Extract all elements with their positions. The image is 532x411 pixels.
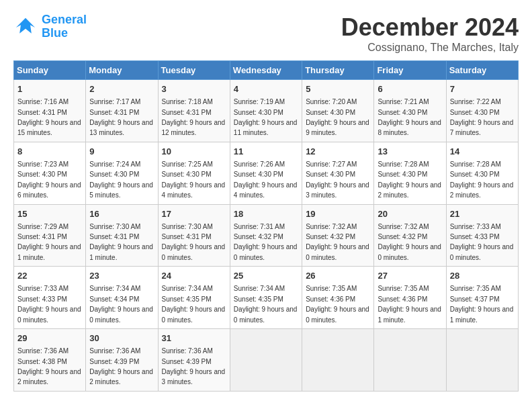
calendar-day-cell: 4 Sunrise: 7:19 AM Sunset: 4:30 PM Dayli… [230, 80, 302, 142]
sunrise-info: Sunrise: 7:32 AM [378, 223, 429, 230]
daylight-info: Daylight: 9 hours and 11 minutes. [234, 119, 298, 136]
sunset-info: Sunset: 4:30 PM [17, 171, 67, 178]
sunrise-info: Sunrise: 7:33 AM [17, 285, 69, 292]
day-number: 31 [162, 332, 226, 345]
calendar-header-tuesday: Tuesday [158, 61, 230, 80]
sunrise-info: Sunrise: 7:36 AM [162, 347, 213, 355]
calendar-header-sunday: Sunday [14, 61, 86, 80]
daylight-info: Daylight: 9 hours and 0 minutes. [17, 306, 81, 323]
sunset-info: Sunset: 4:39 PM [89, 358, 139, 365]
calendar-header-row: SundayMondayTuesdayWednesdayThursdayFrid… [14, 61, 519, 80]
day-number: 15 [17, 208, 82, 220]
calendar-day-cell: 10 Sunrise: 7:25 AM Sunset: 4:30 PM Dayl… [158, 142, 230, 204]
day-number: 10 [162, 146, 226, 158]
sunset-info: Sunset: 4:30 PM [306, 171, 355, 178]
sunset-info: Sunset: 4:31 PM [89, 109, 139, 116]
day-number: 21 [450, 208, 515, 220]
day-number: 22 [17, 270, 82, 282]
daylight-info: Daylight: 9 hours and 0 minutes. [378, 243, 441, 261]
day-number: 2 [89, 83, 154, 95]
calendar-table: SundayMondayTuesdayWednesdayThursdayFrid… [13, 60, 519, 392]
calendar-day-cell [374, 329, 446, 392]
day-number: 19 [306, 208, 370, 220]
sunset-info: Sunset: 4:31 PM [162, 109, 212, 116]
calendar-day-cell [230, 329, 302, 392]
sunrise-info: Sunrise: 7:34 AM [89, 285, 140, 292]
calendar-day-cell: 22 Sunrise: 7:33 AM Sunset: 4:33 PM Dayl… [14, 267, 86, 329]
sunset-info: Sunset: 4:30 PM [378, 109, 427, 116]
sunrise-info: Sunrise: 7:16 AM [17, 98, 69, 105]
calendar-day-cell: 26 Sunrise: 7:35 AM Sunset: 4:36 PM Dayl… [302, 267, 374, 329]
calendar-day-cell: 21 Sunrise: 7:33 AM Sunset: 4:33 PM Dayl… [446, 204, 518, 267]
day-number: 28 [450, 270, 515, 282]
calendar-day-cell: 24 Sunrise: 7:34 AM Sunset: 4:35 PM Dayl… [158, 267, 230, 329]
sunset-info: Sunset: 4:31 PM [89, 233, 139, 240]
sunrise-info: Sunrise: 7:32 AM [306, 223, 357, 230]
day-number: 6 [378, 83, 442, 95]
sunrise-info: Sunrise: 7:36 AM [17, 347, 69, 355]
daylight-info: Daylight: 9 hours and 4 minutes. [234, 181, 298, 199]
calendar-day-cell: 20 Sunrise: 7:32 AM Sunset: 4:32 PM Dayl… [374, 204, 446, 267]
day-number: 14 [450, 146, 515, 158]
calendar-day-cell: 23 Sunrise: 7:34 AM Sunset: 4:34 PM Dayl… [86, 267, 158, 329]
sunrise-info: Sunrise: 7:30 AM [162, 223, 213, 230]
sunrise-info: Sunrise: 7:21 AM [378, 98, 429, 105]
day-number: 17 [162, 208, 226, 220]
calendar-day-cell [446, 329, 518, 392]
daylight-info: Daylight: 9 hours and 5 minutes. [89, 181, 153, 199]
day-number: 20 [378, 208, 442, 220]
sunrise-info: Sunrise: 7:25 AM [162, 161, 213, 168]
sunrise-info: Sunrise: 7:33 AM [450, 223, 501, 230]
sunrise-info: Sunrise: 7:20 AM [306, 98, 357, 105]
logo: General Blue [13, 13, 87, 40]
daylight-info: Daylight: 9 hours and 12 minutes. [162, 119, 226, 136]
calendar-day-cell: 29 Sunrise: 7:36 AM Sunset: 4:38 PM Dayl… [14, 329, 86, 392]
day-number: 7 [450, 83, 515, 95]
sunset-info: Sunset: 4:38 PM [17, 358, 67, 365]
sunset-info: Sunset: 4:32 PM [378, 233, 427, 240]
sunset-info: Sunset: 4:30 PM [234, 171, 283, 178]
sunrise-info: Sunrise: 7:34 AM [162, 285, 213, 292]
calendar-header-wednesday: Wednesday [230, 61, 302, 80]
day-number: 16 [89, 208, 154, 220]
calendar-day-cell: 14 Sunrise: 7:28 AM Sunset: 4:30 PM Dayl… [446, 142, 518, 204]
sunset-info: Sunset: 4:32 PM [234, 233, 283, 240]
sunrise-info: Sunrise: 7:28 AM [450, 161, 501, 168]
sunrise-info: Sunrise: 7:24 AM [89, 161, 140, 168]
sunset-info: Sunset: 4:30 PM [306, 109, 355, 116]
calendar-day-cell: 1 Sunrise: 7:16 AM Sunset: 4:31 PM Dayli… [14, 80, 86, 142]
calendar-day-cell: 5 Sunrise: 7:20 AM Sunset: 4:30 PM Dayli… [302, 80, 374, 142]
calendar-day-cell: 13 Sunrise: 7:28 AM Sunset: 4:30 PM Dayl… [374, 142, 446, 204]
sunset-info: Sunset: 4:39 PM [162, 358, 212, 365]
sunrise-info: Sunrise: 7:31 AM [234, 223, 285, 230]
calendar-day-cell: 3 Sunrise: 7:18 AM Sunset: 4:31 PM Dayli… [158, 80, 230, 142]
sunrise-info: Sunrise: 7:28 AM [378, 161, 429, 168]
daylight-info: Daylight: 9 hours and 2 minutes. [89, 368, 153, 385]
day-number: 30 [89, 332, 154, 345]
calendar-day-cell: 8 Sunrise: 7:23 AM Sunset: 4:30 PM Dayli… [14, 142, 86, 204]
daylight-info: Daylight: 9 hours and 15 minutes. [17, 119, 81, 136]
day-number: 3 [162, 83, 226, 95]
day-number: 23 [89, 270, 154, 282]
daylight-info: Daylight: 9 hours and 0 minutes. [89, 306, 153, 323]
main-title: December 2024 [341, 13, 519, 42]
calendar-day-cell: 16 Sunrise: 7:30 AM Sunset: 4:31 PM Dayl… [86, 204, 158, 267]
calendar-header-monday: Monday [86, 61, 158, 80]
logo-text: General Blue [42, 13, 87, 40]
calendar-day-cell: 27 Sunrise: 7:35 AM Sunset: 4:36 PM Dayl… [374, 267, 446, 329]
daylight-info: Daylight: 9 hours and 1 minute. [89, 243, 153, 261]
calendar-day-cell: 19 Sunrise: 7:32 AM Sunset: 4:32 PM Dayl… [302, 204, 374, 267]
calendar-day-cell: 6 Sunrise: 7:21 AM Sunset: 4:30 PM Dayli… [374, 80, 446, 142]
day-number: 27 [378, 270, 442, 282]
sunrise-info: Sunrise: 7:17 AM [89, 98, 140, 105]
day-number: 9 [89, 146, 154, 158]
sunset-info: Sunset: 4:31 PM [17, 109, 67, 116]
daylight-info: Daylight: 9 hours and 4 minutes. [162, 181, 226, 199]
calendar-header-saturday: Saturday [446, 61, 518, 80]
day-number: 8 [17, 146, 82, 158]
calendar-day-cell: 9 Sunrise: 7:24 AM Sunset: 4:30 PM Dayli… [86, 142, 158, 204]
day-number: 18 [234, 208, 298, 220]
daylight-info: Daylight: 9 hours and 1 minute. [450, 306, 514, 323]
calendar-day-cell: 17 Sunrise: 7:30 AM Sunset: 4:31 PM Dayl… [158, 204, 230, 267]
day-number: 29 [17, 332, 82, 345]
